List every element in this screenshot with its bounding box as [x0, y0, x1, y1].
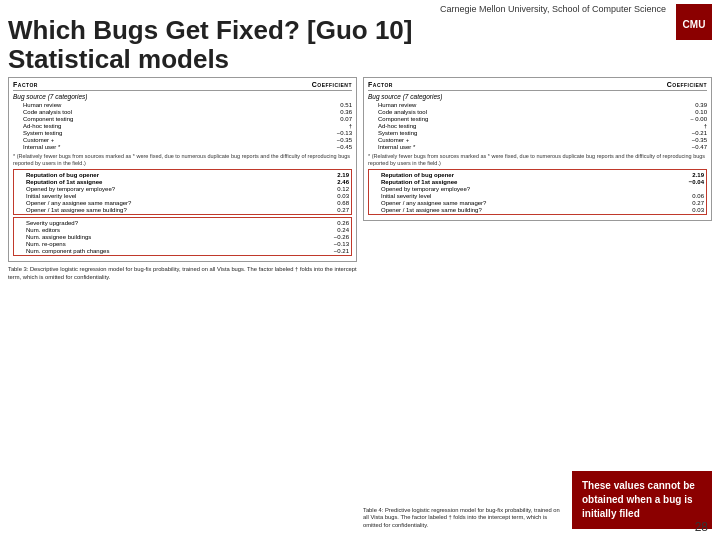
table-row: Num. re-opens−0.13: [16, 240, 349, 247]
coeff-cell: 0.06: [674, 193, 704, 199]
svg-text:CMU: CMU: [683, 19, 706, 30]
coeff-cell: †: [322, 123, 352, 129]
factor-cell: Reputation of bug opener: [371, 172, 674, 178]
left-col-coeff: Coefficient: [312, 81, 352, 88]
factor-cell: Component testing: [368, 116, 677, 122]
table-row: Component testing~ 0.00: [368, 115, 707, 122]
coeff-cell: ~ 0.00: [677, 116, 707, 122]
table-row: Internal user *−0.47: [368, 143, 707, 150]
factor-cell: Opener / any assignee same manager?: [16, 200, 319, 206]
coeff-cell: −0.21: [319, 248, 349, 254]
factor-cell: Reputation of 1st assignee: [16, 179, 319, 185]
coeff-cell: −0.47: [677, 144, 707, 150]
factor-cell: Internal user *: [368, 144, 677, 150]
factor-cell: Code analysis tool: [368, 109, 677, 115]
factor-cell: Ad-hoc testing: [13, 123, 322, 129]
factor-cell: Opener / 1st assignee same building?: [371, 207, 674, 213]
left-highlighted-section2: Reputation of bug opener2.19Reputation o…: [13, 169, 352, 215]
table-row: Reputation of 1st assignee2.46: [16, 178, 349, 185]
table-row: Reputation of 1st assignee−0.04: [371, 178, 704, 185]
table-row: Severity upgraded?0.26: [16, 219, 349, 226]
table-row: Opened by temporary employee?0.12: [16, 185, 349, 192]
factor-cell: Ad-hoc testing: [368, 123, 677, 129]
coeff-cell: 0.10: [677, 109, 707, 115]
right-footnote1: * (Relatively fewer bugs from sources ma…: [368, 153, 707, 167]
coeff-cell: 0.27: [674, 200, 704, 206]
table-row: Num. component path changes−0.21: [16, 247, 349, 254]
coeff-cell: −0.35: [677, 137, 707, 143]
right-rows1: Human review0.39Code analysis tool0.10Co…: [368, 101, 707, 150]
right-rows2: Reputation of bug opener2.19Reputation o…: [371, 171, 704, 213]
right-table-header: Factor Coefficient: [368, 81, 707, 91]
coeff-cell: −0.21: [677, 130, 707, 136]
header-title-area: Carnegie Mellon University, School of Co…: [8, 4, 712, 73]
left-rows1: Human review0.51Code analysis tool0.36Co…: [13, 101, 352, 150]
right-highlighted-section2: Reputation of bug opener2.19Reputation o…: [368, 169, 707, 215]
left-highlighted-section3: Severity upgraded?0.26Num. editors0.24Nu…: [13, 217, 352, 256]
right-table-panel: Factor Coefficient Bug source (7 categor…: [363, 77, 712, 529]
note-box: These values cannot be obtained when a b…: [572, 471, 712, 529]
table-row: Code analysis tool0.10: [368, 108, 707, 115]
right-lower: Table 4: Predictive logistic regression …: [363, 223, 712, 529]
coeff-cell: 0.36: [322, 109, 352, 115]
right-col-factor: Factor: [368, 81, 393, 88]
coeff-cell: 0.27: [319, 207, 349, 213]
factor-cell: Num. assignee buildings: [16, 234, 319, 240]
left-table-header: Factor Coefficient: [13, 81, 352, 91]
table-row: Opener / any assignee same manager?0.27: [371, 199, 704, 206]
coeff-cell: [674, 186, 704, 192]
right-table-caption: Table 4: Predictive logistic regression …: [363, 507, 566, 530]
coeff-cell: 0.12: [319, 186, 349, 192]
factor-cell: Num. re-opens: [16, 241, 319, 247]
title-line2: Statistical models: [8, 44, 229, 74]
factor-cell: Initial severity level: [371, 193, 674, 199]
left-table-panel: Factor Coefficient Bug source (7 categor…: [8, 77, 357, 529]
left-table-caption: Table 3: Descriptive logistic regression…: [8, 266, 357, 281]
factor-cell: Customer +: [368, 137, 677, 143]
main-title: Which Bugs Get Fixed? [Guo 10] Statistic…: [8, 16, 670, 73]
coeff-cell: −0.13: [319, 241, 349, 247]
table-row: Customer +−0.35: [13, 136, 352, 143]
factor-cell: Human review: [13, 102, 322, 108]
coeff-cell: 0.39: [677, 102, 707, 108]
table-row: Opener / 1st assignee same building?0.27: [16, 206, 349, 213]
coeff-cell: −0.26: [319, 234, 349, 240]
coeff-cell: 0.68: [319, 200, 349, 206]
factor-cell: Opened by temporary employee?: [16, 186, 319, 192]
factor-cell: Num. component path changes: [16, 248, 319, 254]
factor-cell: Customer +: [13, 137, 322, 143]
coeff-cell: 0.03: [319, 193, 349, 199]
factor-cell: Severity upgraded?: [16, 220, 319, 226]
table-row: System testing−0.21: [368, 129, 707, 136]
table-row: Customer +−0.35: [368, 136, 707, 143]
cmu-label: Carnegie Mellon University, School of Co…: [8, 4, 670, 14]
header: Carnegie Mellon University, School of Co…: [0, 0, 720, 73]
table-row: Ad-hoc testing†: [13, 122, 352, 129]
factor-cell: Num. editors: [16, 227, 319, 233]
right-col-coeff: Coefficient: [667, 81, 707, 88]
table-row: Component testing0.07: [13, 115, 352, 122]
left-col-factor: Factor: [13, 81, 38, 88]
factor-cell: Reputation of 1st assignee: [371, 179, 674, 185]
left-footnote1: * (Relatively fewer bugs from sources ma…: [13, 153, 352, 167]
coeff-cell: 0.03: [674, 207, 704, 213]
left-table-wrapper: Factor Coefficient Bug source (7 categor…: [8, 77, 357, 262]
table-row: Num. editors0.24: [16, 226, 349, 233]
factor-cell: Opener / 1st assignee same building?: [16, 207, 319, 213]
coeff-cell: 0.26: [319, 220, 349, 226]
coeff-cell: 2.19: [319, 172, 349, 178]
table-row: System testing−0.13: [13, 129, 352, 136]
left-rows2: Reputation of bug opener2.19Reputation o…: [16, 171, 349, 213]
right-section1-label: Bug source (7 categories): [368, 93, 707, 100]
table-row: Code analysis tool0.36: [13, 108, 352, 115]
table-row: Human review0.51: [13, 101, 352, 108]
coeff-cell: −0.45: [322, 144, 352, 150]
table-row: Human review0.39: [368, 101, 707, 108]
coeff-cell: †: [677, 123, 707, 129]
factor-cell: Initial severity level: [16, 193, 319, 199]
table-row: Opener / 1st assignee same building?0.03: [371, 206, 704, 213]
factor-cell: Reputation of bug opener: [16, 172, 319, 178]
coeff-cell: −0.13: [322, 130, 352, 136]
table-row: Reputation of bug opener2.19: [371, 171, 704, 178]
table-row: Initial severity level0.06: [371, 192, 704, 199]
